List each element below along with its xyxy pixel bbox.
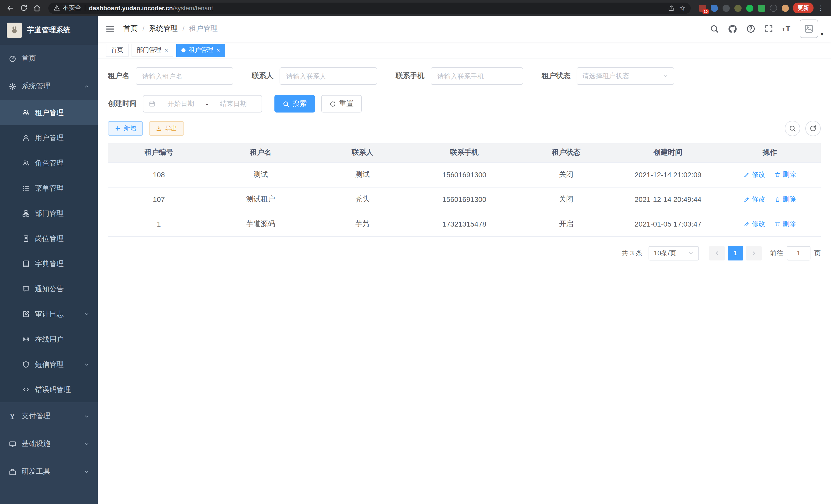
- refresh-icon: [809, 125, 816, 132]
- sidebar-item-infra[interactable]: 基础设施: [0, 430, 98, 458]
- sidebar-item-errcode[interactable]: 错误码管理: [0, 377, 98, 402]
- prev-page-button[interactable]: [709, 246, 725, 260]
- broken-image-icon: [804, 24, 813, 33]
- sidebar-item-post[interactable]: 岗位管理: [0, 226, 98, 251]
- app-title: 芋道管理系统: [27, 26, 70, 35]
- extension-icon[interactable]: [746, 4, 753, 11]
- breadcrumb-home[interactable]: 首页: [123, 24, 138, 33]
- tenant-name-input[interactable]: [136, 67, 233, 85]
- home-icon[interactable]: [31, 2, 43, 14]
- update-button[interactable]: 更新: [793, 3, 813, 13]
- delete-action[interactable]: 删除: [774, 170, 796, 179]
- search-icon[interactable]: [710, 24, 719, 33]
- sidebar-item-label: 审计日志: [35, 309, 64, 319]
- sidebar-item-notice[interactable]: 通知公告: [0, 276, 98, 302]
- table-row: 1 芋道源码 芋艿 17321315478 开启 2021-01-05 17:0…: [108, 212, 821, 236]
- column-header: 租户名: [210, 143, 311, 162]
- edit-action[interactable]: 修改: [744, 195, 765, 204]
- toggle-search-button[interactable]: [785, 121, 800, 136]
- sidebar-item-tool[interactable]: 研发工具: [0, 458, 98, 485]
- extension-icon[interactable]: [711, 4, 718, 11]
- gear-icon: [8, 82, 17, 90]
- sidebar-item-pay[interactable]: ¥ 支付管理: [0, 402, 98, 430]
- cell-mobile: 17321315478: [413, 212, 515, 236]
- goto-page-input[interactable]: [787, 246, 810, 260]
- security-warning[interactable]: 不安全: [53, 4, 81, 12]
- refresh-button[interactable]: [805, 121, 821, 136]
- browser-menu-icon[interactable]: ⋮: [814, 2, 827, 14]
- bookmark-star-icon[interactable]: ☆: [679, 4, 686, 12]
- chevron-down-icon: [84, 312, 89, 317]
- cell-tenant-name: 测试租户: [210, 187, 311, 212]
- sidebar-item-label: 在线用户: [35, 335, 64, 344]
- back-icon[interactable]: [4, 2, 17, 14]
- extension-icon[interactable]: [770, 4, 777, 11]
- pagination: 共 3 条 10条/页 1 前往: [108, 246, 821, 260]
- user-menu[interactable]: ▾: [800, 20, 823, 38]
- page-content: 租户名 联系人 联系手机 租户状态 请选择租户状态: [98, 59, 831, 504]
- sidebar-item-sms[interactable]: 短信管理: [0, 352, 98, 377]
- contact-input[interactable]: [280, 67, 377, 85]
- sidebar-item-label: 短信管理: [35, 360, 64, 369]
- close-icon[interactable]: ×: [165, 47, 168, 53]
- tab-label: 首页: [111, 46, 123, 55]
- cell-tenant-name: 芋道源码: [210, 212, 311, 236]
- address-bar[interactable]: 不安全 dashboard.yudao.iocoder.cn/system/te…: [48, 2, 691, 13]
- extension-icon[interactable]: [735, 4, 742, 11]
- cell-tenant-id: 1: [108, 212, 210, 236]
- extension-icon[interactable]: [722, 4, 730, 11]
- search-button[interactable]: 搜索: [275, 95, 315, 113]
- edit-action[interactable]: 修改: [744, 219, 765, 229]
- sidebar-item-menu[interactable]: 菜单管理: [0, 176, 98, 201]
- reset-button[interactable]: 重置: [321, 95, 362, 113]
- delete-action[interactable]: 删除: [774, 219, 796, 229]
- close-icon[interactable]: ×: [217, 47, 220, 53]
- tenant-status-select[interactable]: 请选择租户状态: [577, 67, 674, 85]
- table-toolbar: 新增 导出: [108, 121, 821, 136]
- plus-icon: [115, 125, 121, 131]
- app-logo-row[interactable]: 芋道管理系统: [0, 16, 98, 45]
- screen: 不安全 dashboard.yudao.iocoder.cn/system/te…: [0, 0, 831, 504]
- mobile-input[interactable]: [431, 67, 523, 85]
- delete-action[interactable]: 删除: [774, 195, 796, 204]
- next-page-button[interactable]: [746, 246, 762, 260]
- sidebar-item-audit[interactable]: 审计日志: [0, 302, 98, 327]
- export-button[interactable]: 导出: [149, 121, 184, 136]
- page-size-select[interactable]: 10条/页: [649, 246, 699, 260]
- sidebar-item-tenant[interactable]: 租户管理: [0, 100, 98, 125]
- column-header: 联系人: [312, 143, 413, 162]
- sidebar-item-online[interactable]: 在线用户: [0, 327, 98, 352]
- sidebar-item-dept[interactable]: 部门管理: [0, 201, 98, 226]
- font-size-icon[interactable]: TT: [782, 24, 791, 33]
- extension-icon[interactable]: [782, 4, 789, 11]
- cell-status: 开启: [515, 212, 617, 236]
- help-icon[interactable]: [746, 24, 755, 33]
- tab-tenant[interactable]: 租户管理 ×: [176, 43, 225, 57]
- github-icon[interactable]: [727, 24, 737, 34]
- add-button[interactable]: 新增: [108, 121, 143, 136]
- reload-icon[interactable]: [18, 2, 30, 14]
- breadcrumb-separator: /: [182, 25, 184, 33]
- extension-icon[interactable]: 10: [699, 4, 706, 11]
- sidebar-item-role[interactable]: 角色管理: [0, 151, 98, 176]
- sidebar-item-user[interactable]: 用户管理: [0, 125, 98, 151]
- page-number-1[interactable]: 1: [728, 246, 743, 260]
- sidebar-item-system[interactable]: 系统管理: [0, 72, 98, 100]
- edit-action[interactable]: 修改: [744, 170, 765, 179]
- sidebar-item-home[interactable]: 首页: [0, 45, 98, 72]
- column-header: 创建时间: [617, 143, 719, 162]
- sidebar-toggle-icon[interactable]: [105, 24, 115, 34]
- extension-icon[interactable]: [758, 4, 765, 11]
- tags-view: 首页 部门管理 × 租户管理 ×: [98, 41, 831, 59]
- sidebar-item-dict[interactable]: 字典管理: [0, 251, 98, 276]
- trash-icon: [774, 196, 781, 202]
- cell-mobile: 15601691300: [413, 187, 515, 212]
- filter-row-1: 租户名 联系人 联系手机 租户状态 请选择租户状态: [108, 67, 821, 85]
- create-time-range[interactable]: 开始日期 - 结束日期: [143, 95, 262, 113]
- sidebar: 芋道管理系统 首页 系统管理: [0, 16, 98, 504]
- tab-home[interactable]: 首页: [106, 43, 128, 57]
- tab-dept[interactable]: 部门管理 ×: [132, 43, 173, 57]
- share-icon[interactable]: [668, 4, 675, 11]
- fullscreen-icon[interactable]: [764, 24, 773, 33]
- breadcrumb-parent[interactable]: 系统管理: [149, 24, 178, 33]
